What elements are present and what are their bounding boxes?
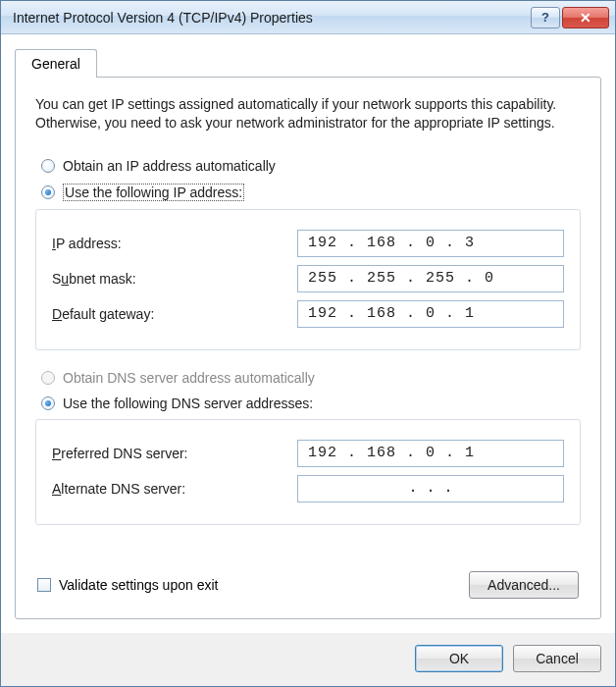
dialog-buttons: OK Cancel	[1, 633, 615, 686]
client-area: General You can get IP settings assigned…	[1, 34, 615, 633]
tabstrip: General	[15, 48, 601, 77]
close-icon: ✕	[580, 10, 591, 26]
window-title: Internet Protocol Version 4 (TCP/IPv4) P…	[13, 10, 529, 26]
field-subnet-mask: Subnet mask: 255 . 255 . 255 . 0	[52, 265, 564, 292]
advanced-button[interactable]: Advanced...	[469, 571, 579, 599]
field-alternate-dns: Alternate DNS server: . . .	[52, 475, 564, 502]
radio-label: Use the following IP address:	[63, 184, 244, 201]
window-buttons: ? ✕	[529, 7, 609, 28]
validate-label: Validate settings upon exit	[59, 577, 218, 593]
radio-label: Obtain DNS server address automatically	[63, 370, 315, 386]
default-gateway-input[interactable]: 192 . 168 . 0 . 1	[297, 300, 564, 328]
tab-general[interactable]: General	[15, 49, 97, 78]
ok-button[interactable]: OK	[415, 645, 503, 672]
radio-ip-manual[interactable]: Use the following IP address:	[41, 184, 581, 201]
field-label: IP address:	[52, 236, 297, 251]
ip-address-input[interactable]: 192 . 168 . 0 . 3	[297, 230, 564, 257]
radio-label: Use the following DNS server addresses:	[63, 396, 313, 411]
cancel-button[interactable]: Cancel	[513, 645, 601, 672]
radio-icon	[41, 371, 55, 385]
description-text: You can get IP settings assigned automat…	[35, 95, 581, 132]
radio-dns-manual[interactable]: Use the following DNS server addresses:	[41, 396, 581, 411]
dialog-window: Internet Protocol Version 4 (TCP/IPv4) P…	[0, 0, 616, 687]
dns-group: Preferred DNS server: 192 . 168 . 0 . 1 …	[35, 419, 581, 525]
subnet-mask-input[interactable]: 255 . 255 . 255 . 0	[297, 265, 564, 292]
field-preferred-dns: Preferred DNS server: 192 . 168 . 0 . 1	[52, 440, 564, 467]
radio-icon	[41, 185, 55, 199]
field-label: Preferred DNS server:	[52, 446, 297, 461]
close-button[interactable]: ✕	[562, 7, 609, 28]
preferred-dns-input[interactable]: 192 . 168 . 0 . 1	[297, 440, 564, 467]
tab-panel-general: You can get IP settings assigned automat…	[15, 77, 601, 619]
field-default-gateway: Default gateway: 192 . 168 . 0 . 1	[52, 300, 564, 328]
field-ip-address: IP address: 192 . 168 . 0 . 3	[52, 230, 564, 257]
validate-checkbox[interactable]	[37, 578, 51, 592]
field-label: Default gateway:	[52, 306, 297, 322]
help-icon: ?	[541, 10, 549, 25]
panel-bottom-row: Validate settings upon exit Advanced...	[35, 565, 581, 601]
radio-ip-auto[interactable]: Obtain an IP address automatically	[41, 158, 581, 174]
field-label: Subnet mask:	[52, 271, 297, 287]
help-button[interactable]: ?	[531, 7, 560, 28]
ip-group: IP address: 192 . 168 . 0 . 3 Subnet mas…	[35, 209, 581, 350]
alternate-dns-input[interactable]: . . .	[297, 475, 564, 502]
radio-label: Obtain an IP address automatically	[63, 158, 276, 174]
field-label: Alternate DNS server:	[52, 481, 297, 497]
radio-dns-auto: Obtain DNS server address automatically	[41, 370, 581, 386]
radio-icon	[41, 159, 55, 173]
radio-icon	[41, 396, 55, 410]
titlebar: Internet Protocol Version 4 (TCP/IPv4) P…	[1, 1, 615, 34]
